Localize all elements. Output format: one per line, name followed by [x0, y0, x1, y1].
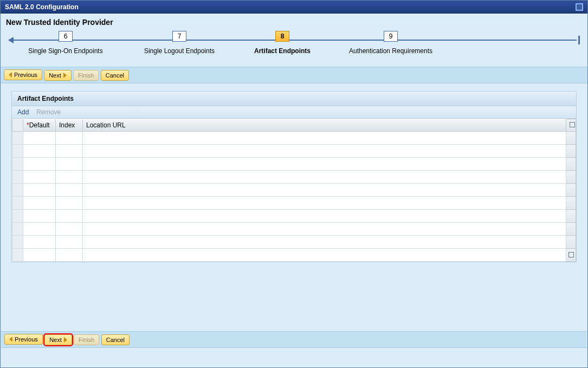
cell-location[interactable] [83, 184, 566, 197]
button-label: Finish [79, 335, 94, 345]
cell-index[interactable] [56, 184, 83, 197]
button-bar-bottom: Previous Next Finish Cancel [1, 331, 587, 348]
scroll-track[interactable] [566, 197, 576, 210]
cell-default[interactable] [23, 132, 56, 145]
table-row[interactable] [12, 197, 576, 210]
artifact-endpoints-panel: Artifact Endpoints Add Remove *Default I… [11, 91, 577, 262]
cancel-button[interactable]: Cancel [101, 70, 129, 81]
cell-location[interactable] [83, 197, 566, 210]
row-selector[interactable] [12, 223, 23, 236]
wizard-step-9[interactable]: 9 Authentication Requirements [337, 31, 445, 55]
wizard-step-label: Authentication Requirements [337, 47, 445, 55]
cell-index[interactable] [56, 158, 83, 171]
wizard-step-number: 6 [59, 31, 73, 42]
cell-index[interactable] [56, 223, 83, 236]
cell-default[interactable] [23, 236, 56, 249]
column-header-location[interactable]: Location URL [83, 119, 566, 132]
cell-index[interactable] [56, 132, 83, 145]
cell-index[interactable] [56, 249, 83, 262]
scroll-track[interactable] [566, 236, 576, 249]
column-label: Index [59, 121, 75, 129]
window-title: SAML 2.0 Configuration [5, 1, 79, 14]
scroll-up-button[interactable] [566, 119, 576, 132]
cell-index[interactable] [56, 197, 83, 210]
row-selector[interactable] [12, 197, 23, 210]
table-row[interactable] [12, 223, 576, 236]
cell-default[interactable] [23, 158, 56, 171]
chevron-right-icon [63, 73, 67, 78]
restore-icon[interactable] [576, 3, 583, 11]
cell-default[interactable] [23, 171, 56, 184]
cell-default[interactable] [23, 210, 56, 223]
cell-location[interactable] [83, 249, 566, 262]
column-header-default[interactable]: *Default [23, 119, 56, 132]
cancel-button[interactable]: Cancel [101, 334, 130, 345]
scroll-track[interactable] [566, 158, 576, 171]
table-row[interactable] [12, 236, 576, 249]
content-area: Artifact Endpoints Add Remove *Default I… [1, 83, 587, 270]
scroll-track[interactable] [566, 132, 576, 145]
wizard-step-number: 7 [172, 31, 186, 42]
button-bar-top: Previous Next Finish Cancel [1, 67, 587, 83]
table-row[interactable] [12, 249, 576, 262]
select-all-header[interactable] [12, 119, 23, 132]
table-row[interactable] [12, 158, 576, 171]
cell-default[interactable] [23, 145, 56, 158]
column-label: Default [29, 121, 50, 129]
button-label: Next [49, 70, 61, 80]
table-row[interactable] [12, 184, 576, 197]
wizard-step-number: 8 [275, 31, 289, 42]
next-button[interactable]: Next [44, 334, 72, 345]
cell-location[interactable] [83, 171, 566, 184]
table-row[interactable] [12, 210, 576, 223]
cell-index[interactable] [56, 236, 83, 249]
cell-location[interactable] [83, 132, 566, 145]
wizard-step-8[interactable]: 8 Artifact Endpoints [228, 31, 337, 55]
column-label: Location URL [86, 121, 126, 129]
row-selector[interactable] [12, 210, 23, 223]
table-row[interactable] [12, 145, 576, 158]
cell-default[interactable] [23, 197, 56, 210]
cell-location[interactable] [83, 223, 566, 236]
table-header-row: *Default Index Location URL [12, 119, 576, 132]
scroll-track[interactable] [566, 171, 576, 184]
page-title: New Trusted Identity Provider [1, 14, 587, 29]
cell-default[interactable] [23, 223, 56, 236]
table-row[interactable] [12, 132, 576, 145]
button-label: Previous [14, 70, 37, 80]
previous-button[interactable]: Previous [4, 69, 42, 80]
row-selector[interactable] [12, 249, 23, 262]
row-selector[interactable] [12, 145, 23, 158]
button-label: Cancel [106, 335, 125, 345]
scroll-track[interactable] [566, 210, 576, 223]
wizard-step-7[interactable]: 7 Single Logout Endpoints [125, 31, 234, 55]
row-selector[interactable] [12, 171, 23, 184]
scroll-track[interactable] [566, 223, 576, 236]
cell-location[interactable] [83, 158, 566, 171]
cell-location[interactable] [83, 210, 566, 223]
cell-index[interactable] [56, 145, 83, 158]
row-selector[interactable] [12, 158, 23, 171]
add-button[interactable]: Add [17, 108, 29, 116]
button-label: Previous [15, 334, 38, 344]
scroll-track[interactable] [566, 145, 576, 158]
row-selector[interactable] [12, 236, 23, 249]
wizard-step-label: Artifact Endpoints [228, 47, 337, 55]
cell-index[interactable] [56, 171, 83, 184]
row-selector[interactable] [12, 184, 23, 197]
scroll-up-icon [570, 122, 575, 127]
cell-index[interactable] [56, 210, 83, 223]
scroll-track[interactable] [566, 184, 576, 197]
scroll-down-button[interactable] [566, 249, 576, 262]
next-button[interactable]: Next [44, 70, 72, 81]
cell-default[interactable] [23, 184, 56, 197]
table-row[interactable] [12, 171, 576, 184]
cell-location[interactable] [83, 236, 566, 249]
row-selector[interactable] [12, 132, 23, 145]
column-header-index[interactable]: Index [56, 119, 83, 132]
wizard-step-6[interactable]: 6 Single Sign-On Endpoints [11, 31, 120, 55]
finish-button: Finish [73, 70, 99, 81]
previous-button[interactable]: Previous [4, 334, 43, 345]
cell-location[interactable] [83, 145, 566, 158]
cell-default[interactable] [23, 249, 56, 262]
